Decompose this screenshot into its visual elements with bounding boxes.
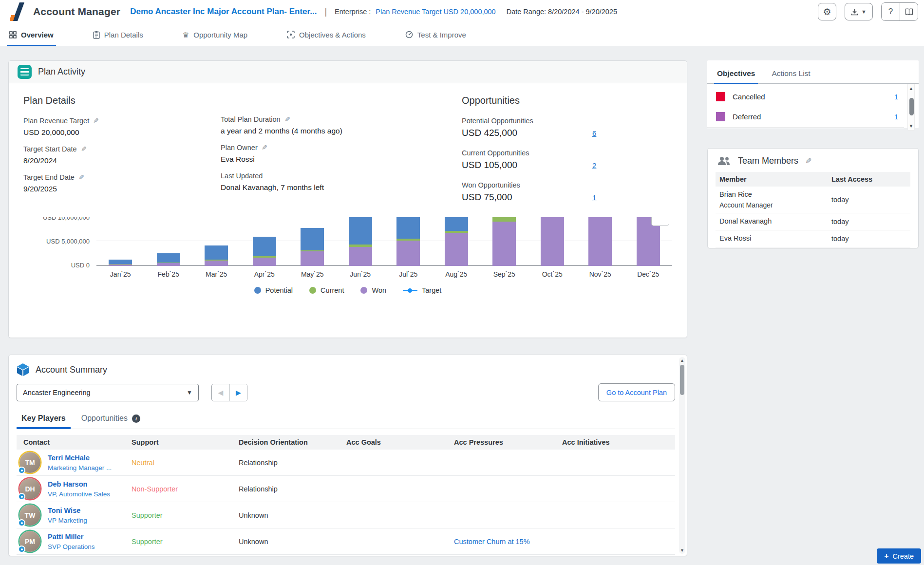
crown-icon: ♛: [183, 31, 189, 38]
avatar[interactable]: TM: [19, 452, 40, 473]
edit-icon[interactable]: ✎: [78, 173, 84, 181]
edit-icon[interactable]: ✎: [284, 115, 290, 123]
objectives-tabs: ObjectivesActions List: [707, 66, 919, 84]
legend-item-potential[interactable]: Potential: [254, 286, 293, 294]
legend-dot-icon: [309, 287, 316, 294]
table-row: DHDeb HarsonVP, Automotive SalesNon-Supp…: [17, 476, 675, 502]
opportunity-value: USD 75,000: [462, 192, 592, 203]
legend-item-target[interactable]: Target: [403, 286, 441, 294]
nav-tab-opportunity-map[interactable]: ♛Opportunity Map: [182, 23, 248, 46]
opportunity-count-link[interactable]: 6: [592, 129, 596, 137]
contact-name-link[interactable]: Deb Harson: [48, 480, 110, 488]
nav-tab-test-improve[interactable]: Test & Improve: [404, 23, 467, 46]
revenue-target-link[interactable]: Plan Revenue Target USD 20,000,000: [376, 8, 495, 16]
go-to-account-plan-button[interactable]: Go to Account Plan: [598, 383, 675, 401]
decision-cell: Unknown: [232, 511, 339, 519]
status-badge: [18, 546, 25, 553]
contact-role-link[interactable]: VP, Automotive Sales: [48, 490, 110, 498]
summary-tab-key-players[interactable]: Key Players: [20, 414, 67, 429]
contact-role-link[interactable]: VP Marketing: [48, 517, 87, 524]
account-summary-scrollbar[interactable]: ▲ ▼: [679, 357, 685, 554]
contact-role-link[interactable]: SVP Operations: [48, 543, 95, 550]
edit-icon[interactable]: ✎: [93, 117, 99, 125]
scroll-down-icon[interactable]: ▼: [908, 123, 914, 129]
avatar[interactable]: TW: [19, 505, 40, 526]
field-plan-revenue-target: Plan Revenue Target✎USD 20,000,000: [23, 117, 221, 137]
column-header: Decision Orientation: [232, 438, 339, 446]
field-target-end-date: Target End Date✎9/20/2025: [23, 173, 221, 193]
edit-icon[interactable]: ✎: [81, 145, 87, 153]
opportunity-count-link[interactable]: 2: [592, 161, 596, 170]
chart-menu-button[interactable]: [651, 217, 669, 226]
status-label: Deferred: [733, 113, 761, 121]
contact-cell: TMTerri McHaleMarketing Manager ...: [17, 452, 125, 473]
edit-icon[interactable]: ✎: [805, 156, 811, 166]
field-plan-owner: Plan Owner✎Eva Rossi: [221, 144, 452, 164]
support-cell: Supporter: [125, 538, 232, 546]
opportunity-label: Won Opportunities: [462, 181, 592, 189]
prev-account-button[interactable]: ◀: [212, 384, 229, 401]
select-chevron-icon: ▼: [187, 389, 192, 396]
nav-tab-overview[interactable]: Overview: [8, 23, 55, 46]
objectives-tab-objectives[interactable]: Objectives: [716, 66, 756, 83]
info-icon[interactable]: i: [132, 414, 140, 423]
column-header: Acc Pressures: [447, 438, 555, 446]
member-name: Eva Rossi: [719, 234, 828, 242]
create-button[interactable]: + Create: [877, 548, 921, 564]
chart-bar: [205, 245, 228, 266]
contact-name-link[interactable]: Terri McHale: [48, 454, 112, 462]
enterprise-label: Enterprise :: [335, 8, 371, 16]
docs-button[interactable]: [900, 3, 918, 20]
clipboard-icon: [93, 31, 100, 39]
avatar[interactable]: DH: [19, 478, 40, 499]
plan-activity-icon: [18, 65, 32, 79]
objectives-scrollbar[interactable]: ▲ ▼: [907, 84, 915, 131]
nav-tab-plan-details[interactable]: Plan Details: [92, 23, 144, 46]
opportunity-label: Current Opportunities: [462, 149, 592, 157]
team-member-row: Brian RiceAccount Managertoday: [716, 187, 910, 213]
avatar[interactable]: PM: [19, 531, 40, 552]
status-count-link[interactable]: 1: [894, 93, 904, 101]
contact-role-link[interactable]: Marketing Manager ...: [48, 464, 112, 471]
legend-label: Current: [321, 286, 344, 294]
team-member-row: Eva Rossitoday: [716, 230, 910, 247]
decision-cell: Relationship: [232, 485, 339, 493]
contact-name-link[interactable]: Toni Wise: [48, 507, 87, 514]
opportunity-count-link[interactable]: 1: [592, 193, 596, 202]
export-button[interactable]: ▼: [845, 3, 873, 20]
support-cell: Non-Supporter: [125, 485, 232, 493]
legend-item-won[interactable]: Won: [360, 286, 386, 294]
edit-icon[interactable]: ✎: [262, 144, 267, 151]
legend-item-current[interactable]: Current: [309, 286, 344, 294]
status-label: Cancelled: [733, 93, 765, 101]
next-account-button[interactable]: ▶: [229, 384, 247, 401]
status-count-link[interactable]: 1: [894, 113, 904, 121]
scroll-thumb[interactable]: [680, 365, 684, 395]
opportunity-value: USD 105,000: [462, 160, 592, 170]
nav-tab-label: Plan Details: [104, 31, 143, 39]
plan-details-column-2: Total Plan Duration✎a year and 2 months …: [221, 95, 452, 213]
scroll-up-icon[interactable]: ▲: [679, 358, 685, 363]
key-players-table: ContactSupportDecision OrientationAcc Go…: [17, 435, 675, 555]
nav-tab-objectives-actions[interactable]: Objectives & Actions: [286, 23, 367, 46]
field-last-updated: Last UpdatedDonal Kavanagh, 7 months lef…: [221, 172, 452, 192]
key-players-table-header: ContactSupportDecision OrientationAcc Go…: [17, 435, 675, 450]
scroll-thumb[interactable]: [909, 98, 914, 115]
bar-segment-potential: [301, 228, 324, 250]
pressure-link[interactable]: Customer Churn at 15%: [454, 538, 530, 546]
settings-button[interactable]: ⚙: [818, 3, 836, 20]
chart-bars: [96, 217, 672, 266]
objectives-tab-actions-list[interactable]: Actions List: [771, 66, 811, 83]
key-players-table-body: TMTerri McHaleMarketing Manager ...Neutr…: [17, 450, 675, 555]
summary-tab-opportunities[interactable]: Opportunitiesi: [80, 414, 141, 429]
scroll-up-icon[interactable]: ▲: [908, 86, 914, 91]
account-selector[interactable]: Ancaster Engineering ▼: [17, 384, 199, 401]
legend-dot-icon: [254, 287, 261, 294]
objective-status-row: Deferred1: [707, 107, 904, 127]
help-button[interactable]: ?: [882, 3, 900, 20]
bar-segment-potential: [349, 217, 372, 245]
scroll-down-icon[interactable]: ▼: [679, 548, 685, 553]
contact-name-link[interactable]: Patti Miller: [48, 533, 95, 541]
bar-segment-won: [205, 261, 228, 266]
plan-name-link[interactable]: Demo Ancaster Inc Major Account Plan- En…: [130, 7, 317, 17]
